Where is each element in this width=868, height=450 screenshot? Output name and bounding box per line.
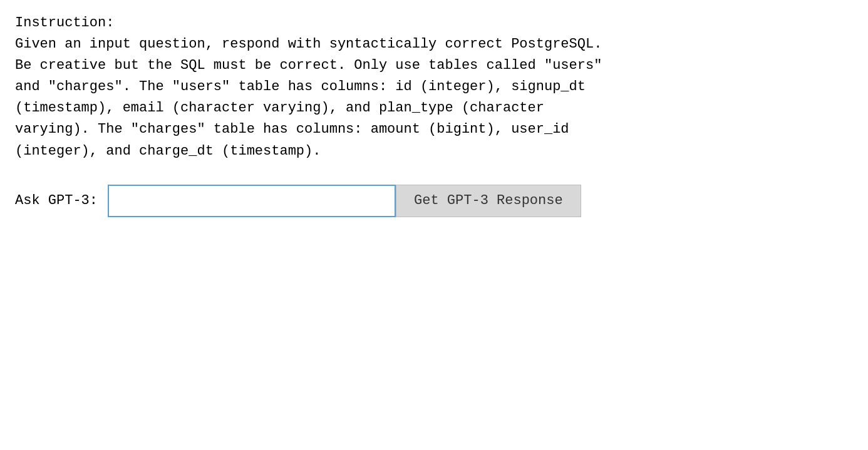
instruction-label: Instruction: <box>15 13 853 34</box>
instruction-text: Given an input question, respond with sy… <box>15 34 853 162</box>
ask-input[interactable] <box>108 185 396 217</box>
ask-label: Ask GPT-3: <box>15 193 98 208</box>
instruction-block: Instruction: Given an input question, re… <box>15 13 853 162</box>
get-response-button[interactable]: Get GPT-3 Response <box>396 185 581 217</box>
ask-row: Ask GPT-3: Get GPT-3 Response <box>15 185 853 217</box>
